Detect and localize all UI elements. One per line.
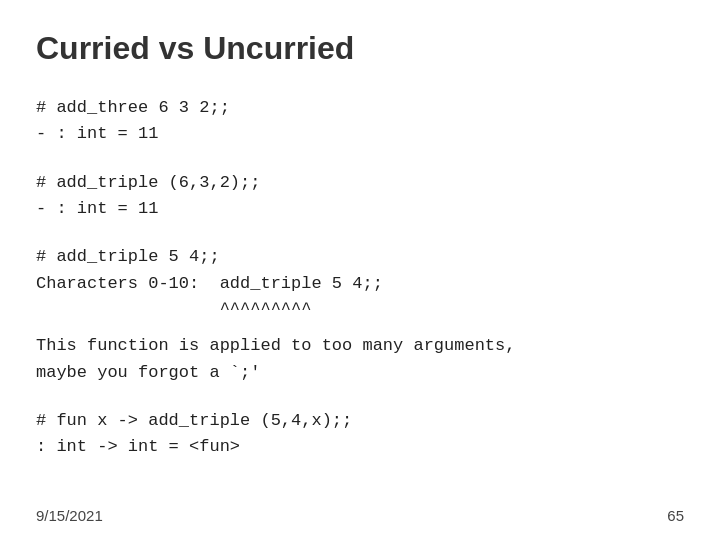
error-message: This function is applied to too many arg…	[36, 333, 684, 386]
code-line: # add_triple (6,3,2);;	[36, 170, 684, 196]
code-line: # add_three 6 3 2;;	[36, 95, 684, 121]
footer: 9/15/2021 65	[36, 507, 684, 524]
error-line-1: # add_triple 5 4;;	[36, 244, 684, 270]
code-block-2: # add_triple (6,3,2);; - : int = 11	[36, 170, 684, 223]
error-line-2: Characters 0-10: add_triple 5 4;;	[36, 271, 684, 297]
footer-page: 65	[667, 507, 684, 524]
code-text: # add_triple (6,3,2);;	[36, 173, 260, 192]
slide-title: Curried vs Uncurried	[36, 30, 684, 67]
fun-line-1: # fun x -> add_triple (5,4,x);;	[36, 408, 684, 434]
code-text: # add_three 6 3 2;;	[36, 98, 230, 117]
fun-block: # fun x -> add_triple (5,4,x);; : int ->…	[36, 408, 684, 461]
footer-date: 9/15/2021	[36, 507, 103, 524]
code-text: - : int = 11	[36, 124, 158, 143]
slide: Curried vs Uncurried # add_three 6 3 2;;…	[0, 0, 720, 540]
code-line: - : int = 11	[36, 196, 684, 222]
code-text: - : int = 11	[36, 199, 158, 218]
error-msg-line-2: maybe you forgot a `;'	[36, 360, 684, 386]
error-block: # add_triple 5 4;; Characters 0-10: add_…	[36, 244, 684, 323]
error-line-3: ^^^^^^^^^	[36, 297, 684, 323]
error-msg-line-1: This function is applied to too many arg…	[36, 333, 684, 359]
fun-line-2: : int -> int = <fun>	[36, 434, 684, 460]
code-block-1: # add_three 6 3 2;; - : int = 11	[36, 95, 684, 148]
code-line: - : int = 11	[36, 121, 684, 147]
